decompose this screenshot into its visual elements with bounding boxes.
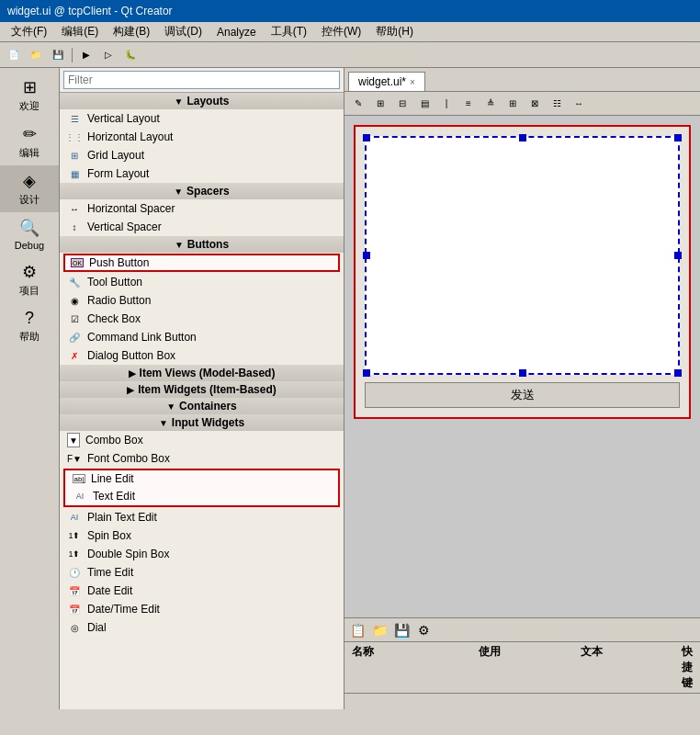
section-containers[interactable]: ▼ Containers: [60, 398, 344, 414]
widget-horizontal-layout[interactable]: ⋮⋮ Horizontal Layout: [60, 128, 344, 146]
filter-input[interactable]: [63, 71, 340, 89]
sidebar-label-projects: 项目: [19, 284, 40, 298]
push-button-icon: OK: [71, 258, 84, 267]
widget-vertical-layout[interactable]: ☰ Vertical Layout: [60, 109, 344, 128]
containers-toggle: ▼: [166, 401, 175, 412]
widget-vertical-spacer[interactable]: ↕ Vertical Spacer: [60, 218, 344, 236]
designer-tool-4[interactable]: ▤: [414, 94, 435, 114]
bottom-table: 名称 使用 文本 快捷键: [344, 642, 700, 709]
spacers-toggle: ▼: [174, 187, 183, 197]
resize-handle-bl[interactable]: [363, 369, 370, 377]
resize-handle-tc[interactable]: [519, 134, 526, 141]
bottom-icon-4[interactable]: ⚙: [414, 621, 433, 639]
section-input-widgets[interactable]: ▼ Input Widgets: [60, 414, 344, 431]
section-layouts[interactable]: ▼ Layouts: [60, 93, 344, 109]
time-edit-icon: 🕐: [67, 565, 82, 580]
designer-tool-7[interactable]: ≜: [480, 94, 501, 114]
menu-tools[interactable]: 工具(T): [264, 22, 314, 41]
buttons-toggle: ▼: [175, 240, 184, 250]
widget-time-edit[interactable]: 🕐 Time Edit: [60, 563, 344, 582]
designer-tool-3[interactable]: ⊟: [392, 94, 412, 114]
widget-datetime-edit[interactable]: 📅 Date/Time Edit: [60, 600, 344, 618]
menu-file[interactable]: 文件(F): [4, 22, 54, 41]
resize-handle-bc[interactable]: [519, 369, 526, 377]
widget-label-horizontal-spacer: Horizontal Spacer: [87, 202, 175, 215]
menu-debug[interactable]: 调试(D): [157, 22, 209, 41]
widget-text-edit[interactable]: AI Text Edit: [65, 487, 338, 505]
save-btn[interactable]: 💾: [48, 45, 68, 65]
tab-close-btn[interactable]: ×: [410, 77, 415, 87]
bottom-icon-3[interactable]: 💾: [392, 621, 411, 639]
section-item-widgets[interactable]: ▶ Item Widgets (Item-Based): [60, 381, 344, 398]
section-spacers[interactable]: ▼ Spacers: [60, 183, 344, 199]
resize-handle-mr[interactable]: [674, 252, 682, 259]
widget-tool-button[interactable]: 🔧 Tool Button: [60, 273, 344, 291]
menu-analyze[interactable]: Analyze: [209, 24, 264, 40]
text-area-widget[interactable]: [365, 136, 680, 375]
run-btn[interactable]: ▷: [98, 45, 119, 65]
resize-handle-br[interactable]: [674, 369, 682, 377]
widget-command-link[interactable]: 🔗 Command Link Button: [60, 328, 344, 346]
sidebar-item-debug[interactable]: 🔍 Debug: [0, 212, 59, 256]
sidebar-label-edit: 编辑: [19, 146, 40, 160]
section-buttons[interactable]: ▼ Buttons: [60, 236, 344, 253]
debug-btn[interactable]: 🐛: [120, 45, 141, 65]
resize-handle-tl[interactable]: [363, 134, 370, 141]
designer-tool-2[interactable]: ⊞: [370, 94, 390, 114]
dialog-button-icon: ✗: [67, 348, 82, 363]
menu-build[interactable]: 构建(B): [106, 22, 157, 41]
designer-tool-6[interactable]: ≡: [458, 94, 479, 114]
widget-spin-box[interactable]: 1⬆ Spin Box: [60, 526, 344, 545]
designer-tool-8[interactable]: ⊞: [502, 94, 523, 114]
widget-double-spin-box[interactable]: 1⬆ Double Spin Box: [60, 545, 344, 563]
sidebar-item-welcome[interactable]: ⊞ 欢迎: [0, 72, 59, 119]
open-btn[interactable]: 📁: [26, 45, 46, 65]
form-layout-icon: ▦: [67, 166, 82, 181]
resize-handle-tr[interactable]: [674, 134, 682, 141]
widget-plain-text-edit[interactable]: AI Plain Text Edit: [60, 508, 344, 526]
menu-help[interactable]: 帮助(H): [368, 22, 421, 41]
widget-combo-box[interactable]: ▼ Combo Box: [60, 431, 344, 449]
widget-grid-layout[interactable]: ⊞ Grid Layout: [60, 146, 344, 164]
bottom-icon-1[interactable]: 📋: [348, 621, 367, 639]
new-btn[interactable]: 📄: [4, 45, 24, 65]
buttons-label: Buttons: [187, 238, 229, 251]
designer-tool-5[interactable]: |: [436, 94, 457, 114]
designer-tool-11[interactable]: ↔: [569, 94, 589, 114]
resize-handle-ml[interactable]: [363, 252, 370, 259]
widget-dialog-button[interactable]: ✗ Dialog Button Box: [60, 346, 344, 365]
layouts-label: Layouts: [186, 95, 229, 107]
widget-dial[interactable]: ◎ Dial: [60, 618, 344, 637]
widget-date-edit[interactable]: 📅 Date Edit: [60, 582, 344, 600]
tab-bar: widget.ui* ×: [344, 68, 700, 92]
command-link-icon: 🔗: [67, 330, 82, 345]
dial-icon: ◎: [67, 620, 82, 635]
menu-edit[interactable]: 编辑(E): [54, 22, 106, 41]
widget-form-layout[interactable]: ▦ Form Layout: [60, 164, 344, 183]
build-btn[interactable]: ▶: [76, 45, 96, 65]
widget-label-push-button: Push Button: [89, 256, 149, 269]
bottom-icon-2[interactable]: 📁: [370, 621, 389, 639]
widget-label-check-box: Check Box: [87, 312, 141, 325]
designer-tool-9[interactable]: ⊠: [525, 94, 545, 114]
line-edit-icon: ab|: [73, 474, 85, 483]
widget-radio-button[interactable]: ◉ Radio Button: [60, 291, 344, 310]
sidebar-item-help[interactable]: ? 帮助: [0, 303, 59, 349]
widget-label-vertical-spacer: Vertical Spacer: [87, 220, 162, 233]
menu-widgets[interactable]: 控件(W): [314, 22, 368, 41]
sidebar-item-projects[interactable]: ⚙ 项目: [0, 256, 59, 303]
app-title: widget.ui @ tcpClient - Qt Creator: [7, 5, 173, 17]
sidebar-item-design[interactable]: ◈ 设计: [0, 165, 59, 212]
widget-check-box[interactable]: ☑ Check Box: [60, 310, 344, 328]
widget-line-edit[interactable]: ab| Line Edit: [65, 470, 338, 487]
sidebar-item-edit[interactable]: ✏ 编辑: [0, 119, 59, 165]
designer-tool-10[interactable]: ☷: [547, 94, 567, 114]
widget-font-combo-box[interactable]: F▼ Font Combo Box: [60, 449, 344, 468]
designer-tool-1[interactable]: ✎: [348, 94, 368, 114]
tab-widget-ui[interactable]: widget.ui* ×: [348, 72, 425, 91]
send-button[interactable]: 发送: [365, 382, 680, 408]
section-item-views[interactable]: ▶ Item Views (Model-Based): [60, 365, 344, 381]
widget-horizontal-spacer[interactable]: ↔ Horizontal Spacer: [60, 199, 344, 218]
widget-push-button[interactable]: OK Push Button: [63, 254, 340, 272]
form-widget[interactable]: 发送: [354, 125, 691, 419]
